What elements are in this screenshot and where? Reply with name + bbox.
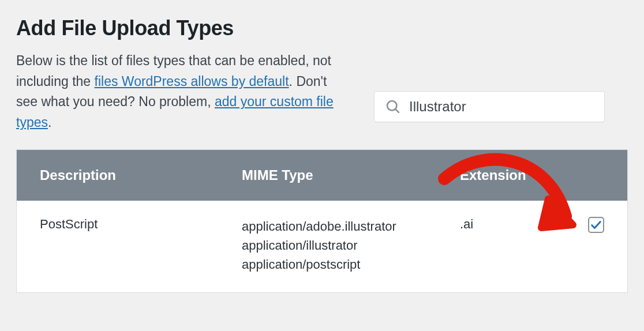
cell-extension: .ai (460, 217, 564, 232)
header-check (564, 167, 604, 183)
header-description: Description (40, 167, 242, 183)
header-extension: Extension (460, 167, 564, 183)
header-mime: MIME Type (242, 167, 460, 183)
desc-suffix: . (48, 115, 51, 130)
cell-check (564, 217, 604, 233)
file-types-table: Description MIME Type Extension PostScri… (16, 149, 628, 293)
table-header: Description MIME Type Extension (17, 150, 627, 201)
description-text: Below is the list of files types that ca… (16, 51, 351, 133)
search-icon (385, 99, 401, 115)
page-title: Add File Upload Types (16, 16, 628, 40)
cell-description: PostScript (40, 217, 242, 232)
svg-line-1 (395, 109, 399, 112)
enable-checkbox[interactable] (588, 217, 604, 233)
search-box[interactable] (374, 91, 605, 122)
table-row: PostScript application/adobe.illustrator… (17, 201, 627, 292)
cell-mime: application/adobe.illustrator applicatio… (242, 217, 460, 274)
header-row: Below is the list of files types that ca… (16, 51, 628, 133)
link-default-files[interactable]: files WordPress allows by default (95, 74, 289, 89)
search-input[interactable] (409, 99, 594, 115)
checkmark-icon (590, 219, 602, 231)
